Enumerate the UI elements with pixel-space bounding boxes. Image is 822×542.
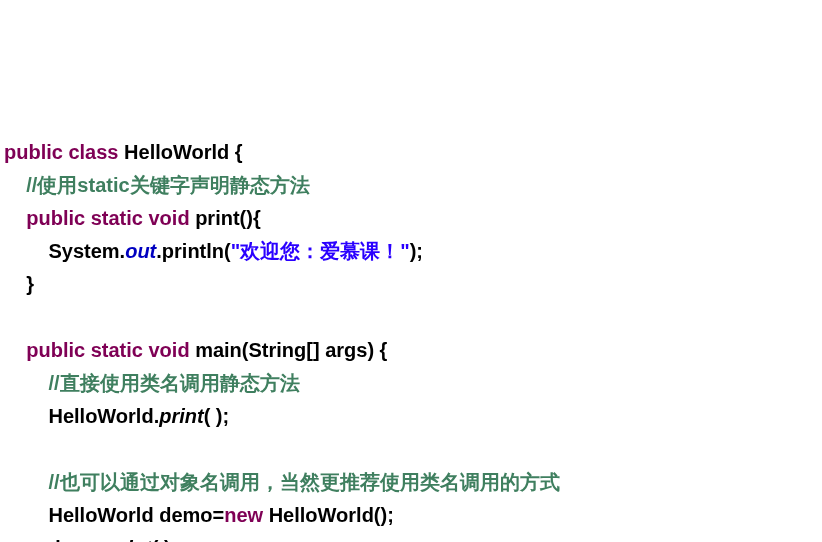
- blank-line: [4, 306, 10, 328]
- indent: [4, 339, 26, 361]
- indent: [4, 537, 48, 542]
- code-line-10: [4, 433, 818, 466]
- system-ref: System.: [48, 240, 125, 262]
- comment: //使用static关键字声明静态方法: [26, 174, 309, 196]
- brace: {: [229, 141, 242, 163]
- code-line-4: System.out.println("欢迎您：爱慕课！");: [4, 235, 818, 268]
- code-line-2: //使用static关键字声明静态方法: [4, 169, 818, 202]
- method-name: main(String[] args) {: [195, 339, 387, 361]
- println: .println(: [156, 240, 230, 262]
- static-call: print: [159, 405, 203, 427]
- code-line-5: }: [4, 268, 818, 301]
- class-ref: HelloWorld.: [48, 405, 159, 427]
- keyword-new: new: [224, 504, 268, 526]
- code-line-8: //直接使用类名调用静态方法: [4, 367, 818, 400]
- brace: }: [26, 273, 34, 295]
- code-line-12: HelloWorld demo=new HelloWorld();: [4, 499, 818, 532]
- method-name: print(){: [195, 207, 261, 229]
- indent: [4, 405, 48, 427]
- code-line-9: HelloWorld.print( );: [4, 400, 818, 433]
- keyword: public static void: [26, 339, 195, 361]
- out-field: out: [125, 240, 156, 262]
- string-literal: "欢迎您：爱慕课！": [231, 240, 410, 262]
- code-line-3: public static void print(){: [4, 202, 818, 235]
- indent: [4, 240, 48, 262]
- indent: [4, 372, 48, 394]
- class-name: HelloWorld: [124, 141, 229, 163]
- blank-line: [4, 438, 10, 460]
- code-line-1: public class HelloWorld {: [4, 136, 818, 169]
- indent: [4, 174, 26, 196]
- indent: [4, 471, 48, 493]
- line-end: ( );: [152, 537, 178, 542]
- code-line-7: public static void main(String[] args) {: [4, 334, 818, 367]
- indent: [4, 273, 26, 295]
- keyword: public static void: [26, 207, 195, 229]
- code-line-6: [4, 301, 818, 334]
- code-line-11: //也可以通过对象名调用，当然更推荐使用类名调用的方式: [4, 466, 818, 499]
- line-end: );: [410, 240, 423, 262]
- declaration: HelloWorld demo=: [48, 504, 224, 526]
- indent: [4, 504, 48, 526]
- code-line-13: demo.print( );: [4, 532, 818, 542]
- static-call: print: [107, 537, 151, 542]
- constructor-call: HelloWorld();: [269, 504, 394, 526]
- object-ref: demo.: [48, 537, 107, 542]
- line-end: ( );: [204, 405, 230, 427]
- indent: [4, 207, 26, 229]
- comment: //直接使用类名调用静态方法: [48, 372, 299, 394]
- comment: //也可以通过对象名调用，当然更推荐使用类名调用的方式: [48, 471, 559, 493]
- keyword: public class: [4, 141, 124, 163]
